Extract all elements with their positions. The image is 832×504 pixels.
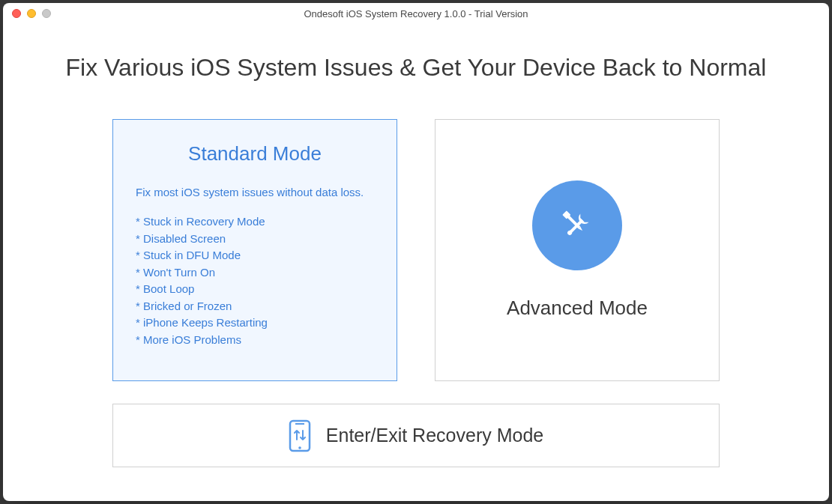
- close-button[interactable]: [12, 9, 21, 18]
- list-item: Bricked or Frozen: [136, 298, 374, 315]
- advanced-mode-card[interactable]: Advanced Mode: [435, 119, 720, 381]
- content-area: Fix Various iOS System Issues & Get Your…: [3, 24, 829, 501]
- app-window: Ondesoft iOS System Recovery 1.0.0 - Tri…: [3, 3, 829, 501]
- standard-mode-list: Stuck in Recovery Mode Disabled Screen S…: [136, 213, 374, 348]
- svg-rect-5: [290, 421, 310, 451]
- standard-mode-content: Standard Mode Fix most iOS system issues…: [113, 120, 397, 363]
- advanced-mode-title: Advanced Mode: [507, 297, 648, 320]
- maximize-button: [42, 9, 51, 18]
- phone-arrows-icon: [289, 419, 311, 452]
- tools-icon: [532, 180, 622, 270]
- recovery-mode-button[interactable]: Enter/Exit Recovery Mode: [112, 404, 720, 467]
- list-item: Disabled Screen: [136, 231, 374, 248]
- list-item: Stuck in Recovery Mode: [136, 213, 374, 231]
- standard-mode-card[interactable]: Standard Mode Fix most iOS system issues…: [112, 119, 397, 381]
- list-item: More iOS Problems: [136, 332, 374, 349]
- standard-mode-title: Standard Mode: [136, 142, 374, 166]
- list-item: Won't Turn On: [136, 264, 374, 282]
- standard-mode-description: Fix most iOS system issues without data …: [136, 184, 374, 200]
- list-item: Boot Loop: [136, 281, 374, 298]
- minimize-button[interactable]: [27, 9, 36, 18]
- advanced-mode-content: Advanced Mode: [507, 120, 648, 380]
- window-title: Ondesoft iOS System Recovery 1.0.0 - Tri…: [10, 8, 822, 19]
- list-item: Stuck in DFU Mode: [136, 247, 374, 264]
- page-title: Fix Various iOS System Issues & Get Your…: [48, 54, 784, 82]
- list-item: iPhone Keeps Restarting: [136, 315, 374, 332]
- titlebar[interactable]: Ondesoft iOS System Recovery 1.0.0 - Tri…: [3, 3, 829, 24]
- traffic-lights: [12, 9, 51, 18]
- svg-point-7: [298, 446, 301, 449]
- recovery-mode-label: Enter/Exit Recovery Mode: [326, 425, 543, 446]
- modes-row: Standard Mode Fix most iOS system issues…: [48, 119, 784, 381]
